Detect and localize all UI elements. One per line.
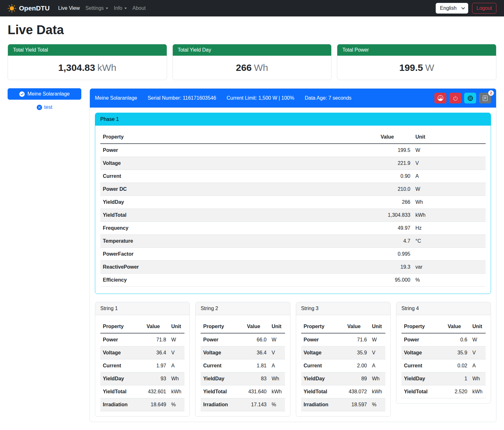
row-property: YieldTotal — [100, 385, 144, 398]
column-header-value: Value — [144, 320, 169, 333]
x-circle-icon — [37, 105, 42, 110]
column-header-value: Value — [445, 320, 470, 333]
summary-card-body: 1,304.83kWh — [8, 56, 167, 80]
row-value: 19.3 — [378, 261, 413, 274]
row-property: Current — [201, 359, 244, 372]
row-property: Frequency — [100, 222, 378, 235]
sun-logo-icon — [8, 4, 16, 13]
nav-settings[interactable]: Settings — [83, 3, 111, 14]
cpu-icon — [468, 96, 473, 101]
nav-live-view-label: Live View — [58, 5, 80, 11]
row-property: Power — [401, 333, 445, 346]
summary-card-header: Total Yield Total — [8, 44, 167, 56]
journal-icon — [482, 96, 488, 101]
row-value: 199.5 — [378, 144, 413, 157]
column-header-property: Property — [201, 320, 244, 333]
inverter-serial: Serial Number: 116171603546 — [147, 95, 216, 101]
string-card-header: String 2 — [196, 302, 290, 315]
row-unit: var — [413, 261, 486, 274]
table-header-row: Property Value Unit — [100, 320, 184, 333]
inverter-header-buttons: 2 — [434, 93, 491, 103]
logout-button[interactable]: Logout — [472, 3, 496, 14]
summary-value: 199.5 — [399, 62, 423, 73]
table-row: Voltage 35.9 V — [301, 346, 385, 359]
power-control-button[interactable] — [449, 93, 461, 103]
row-value: 2.520 — [445, 385, 470, 398]
table-row: Irradiation 17.143 % — [201, 398, 285, 411]
row-value: 4.7 — [378, 235, 413, 248]
table-row: Power 71.6 W — [301, 333, 385, 346]
nav-settings-label: Settings — [85, 5, 104, 11]
row-value: 18.649 — [144, 398, 169, 411]
row-property: Irradiation — [100, 398, 144, 411]
summary-card-header: Total Power — [337, 44, 496, 56]
row-property: PowerFactor — [100, 248, 378, 261]
nav-about[interactable]: About — [130, 3, 149, 14]
summary-card-body: 266Wh — [173, 56, 332, 80]
row-value: 35.9 — [345, 346, 370, 359]
column-header-value: Value — [378, 131, 413, 144]
inverter-select-label: Meine Solaranlage — [28, 91, 70, 97]
table-header-row: Property Value Unit — [401, 320, 486, 333]
inverter-card-header: Meine Solaranlage Serial Number: 1161716… — [90, 89, 496, 108]
row-property: Current — [100, 170, 378, 183]
summary-card-body: 199.5W — [337, 56, 496, 80]
row-value: 49.97 — [378, 222, 413, 235]
row-value: 1.81 — [245, 359, 269, 372]
phase-panel-body: Property Value Unit Power — [95, 126, 491, 294]
event-log-button[interactable]: 2 — [479, 93, 491, 103]
row-value: 36.4 — [144, 346, 169, 359]
string-card-1: String 1 Property Value Unit — [95, 302, 190, 417]
row-property: YieldTotal — [100, 209, 378, 222]
row-unit: Hz — [413, 222, 486, 235]
table-header-row: Property Value Unit — [100, 131, 486, 144]
column-header-property: Property — [100, 320, 144, 333]
nav-live-view[interactable]: Live View — [55, 3, 83, 14]
table-row: YieldTotal 431.640 kWh — [201, 385, 285, 398]
table-header-row: Property Value Unit — [301, 320, 385, 333]
column-header-unit: Unit — [169, 320, 184, 333]
row-unit: W — [370, 333, 385, 346]
string-card-header: String 4 — [396, 302, 491, 315]
summary-value: 1,304.83 — [58, 62, 95, 73]
summary-cards-row: Total Yield Total 1,304.83kWh Total Yiel… — [8, 44, 496, 80]
inverter-select-button[interactable]: Meine Solaranlage — [8, 88, 81, 100]
table-row: YieldDay 89 Wh — [301, 372, 385, 385]
speedometer-icon — [438, 95, 443, 101]
nav-info-label: Info — [114, 5, 122, 11]
row-unit: V — [370, 346, 385, 359]
summary-card-total-yield-day: Total Yield Day 266Wh — [172, 44, 332, 80]
row-property: Voltage — [301, 346, 345, 359]
inverter-card-body: Phase 1 Property Value Unit — [90, 108, 496, 422]
summary-card-total-yield-total: Total Yield Total 1,304.83kWh — [8, 44, 167, 80]
limit-settings-button[interactable] — [434, 93, 446, 103]
table-row: Frequency 49.97 Hz — [100, 222, 486, 235]
check-circle-icon — [19, 91, 25, 97]
table-row: Current 1.97 A — [100, 359, 184, 372]
phase-table: Property Value Unit Power — [100, 131, 486, 287]
chevron-down-icon — [124, 8, 127, 9]
row-property: YieldTotal — [401, 385, 445, 398]
language-select[interactable]: English — [436, 3, 468, 14]
row-value: 1 — [445, 372, 470, 385]
nav-info[interactable]: Info — [111, 3, 130, 14]
table-row: Irradiation 18.649 % — [100, 398, 184, 411]
brand-link[interactable]: OpenDTU — [8, 4, 50, 13]
row-property: Power — [100, 144, 378, 157]
row-unit: kWh — [470, 385, 486, 398]
strings-row: String 1 Property Value Unit — [95, 302, 491, 417]
chevron-down-icon — [106, 8, 108, 9]
row-unit: A — [370, 359, 385, 372]
column-header-unit: Unit — [413, 131, 486, 144]
row-unit: A — [470, 359, 486, 372]
table-row: YieldTotal 2.520 kWh — [401, 385, 486, 398]
table-row: YieldTotal 1,304.833 kWh — [100, 209, 486, 222]
row-unit: kWh — [413, 209, 486, 222]
row-property: Power DC — [100, 183, 378, 196]
table-row: YieldDay 93 Wh — [100, 372, 184, 385]
row-value: 1.97 — [144, 359, 169, 372]
device-info-button[interactable] — [464, 93, 476, 103]
table-row: Voltage 35.9 V — [401, 346, 486, 359]
sidebar-item-test[interactable]: test — [8, 104, 81, 110]
sidebar-item-test-label: test — [44, 104, 53, 110]
